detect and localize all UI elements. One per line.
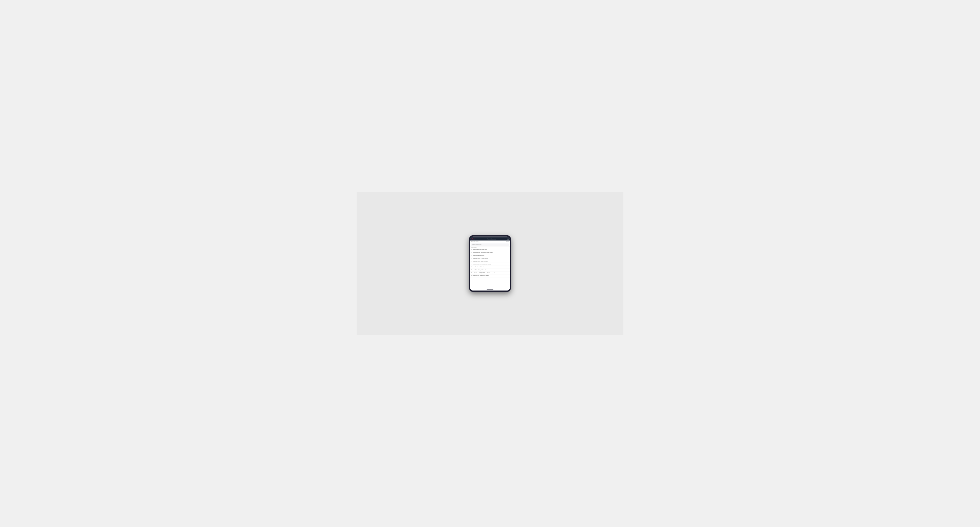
list-item[interactable]: Richmond Park GC - Prince's, Surrey xyxy=(470,257,510,260)
svg-point-4 xyxy=(471,255,472,256)
power-button xyxy=(511,247,511,251)
svg-point-3 xyxy=(471,252,472,252)
list-item[interactable]: Roehampton Club - Roehampton, Greater Lo… xyxy=(470,251,510,254)
phone-device: clippd Recent Searches Find a Golf Cours… xyxy=(469,235,511,292)
course-name: Royal Wimbledon GC, Great London Authori… xyxy=(473,264,492,265)
list-item[interactable]: Royal Wimbledon GC, Great London Authori… xyxy=(470,263,510,266)
list-item[interactable]: Dukes Meadows GC, London xyxy=(470,266,510,269)
list-item[interactable]: London Scottish GC, London xyxy=(470,254,510,257)
search-box xyxy=(470,243,510,247)
search-input[interactable] xyxy=(473,244,508,245)
location-icon xyxy=(471,272,472,273)
location-icon xyxy=(471,258,472,259)
course-list: Central London Golf Centre, London Roeha… xyxy=(470,248,510,289)
course-name: Dukes Meadows GC, London xyxy=(473,266,484,268)
main-content: Find a Golf Course Cancel xyxy=(470,240,510,290)
svg-point-10 xyxy=(471,272,472,273)
list-item[interactable]: Central London Golf Centre, London xyxy=(470,248,510,251)
course-name: London Scottish GC, London xyxy=(473,255,484,256)
list-item[interactable]: North Middlesex GC (1011942 - North Midd… xyxy=(470,271,510,274)
svg-point-7 xyxy=(471,264,472,264)
course-name: Central London Golf Centre, London xyxy=(473,249,487,250)
search-icon xyxy=(472,244,473,245)
course-name: North Middlesex GC (1011942 - North Midd… xyxy=(473,272,496,273)
location-icon xyxy=(471,267,472,268)
cancel-button[interactable]: Cancel xyxy=(506,241,509,242)
course-name: Richmond Park GC - Duke's, London xyxy=(473,261,488,262)
app-logo: clippd xyxy=(471,238,475,240)
location-icon xyxy=(471,264,472,265)
menu-icon[interactable] xyxy=(508,239,509,240)
location-icon xyxy=(471,249,472,250)
course-name: Richmond Park GC - Prince's, Surrey xyxy=(473,258,488,259)
course-name: Roehampton Club - Roehampton, Greater Lo… xyxy=(473,252,493,253)
location-icon xyxy=(471,255,472,256)
svg-point-11 xyxy=(471,275,472,276)
list-item[interactable]: Richmond Park GC - Duke's, London xyxy=(470,260,510,263)
course-name: Brent Valley Municipal GC, London xyxy=(473,269,487,271)
list-item[interactable]: Brent Valley Municipal GC, London xyxy=(470,269,510,271)
app-header: clippd Recent Searches xyxy=(470,238,510,240)
find-label: Find a Golf Course xyxy=(471,241,478,242)
location-icon xyxy=(471,252,472,253)
location-icon xyxy=(471,270,472,271)
course-name: Coombe Hill GC, Kingston upon Thames xyxy=(473,275,489,276)
phone-screen: clippd Recent Searches Find a Golf Cours… xyxy=(470,237,510,290)
svg-point-6 xyxy=(471,261,472,261)
list-item[interactable]: Coombe Hill GC, Kingston upon Thames xyxy=(470,274,510,277)
header-title: Recent Searches xyxy=(487,239,496,240)
location-icon xyxy=(471,275,472,276)
find-bar: Find a Golf Course Cancel xyxy=(470,240,510,243)
home-indicator-area xyxy=(470,289,510,290)
search-input-wrap[interactable] xyxy=(471,243,509,246)
location-icon xyxy=(471,261,472,262)
